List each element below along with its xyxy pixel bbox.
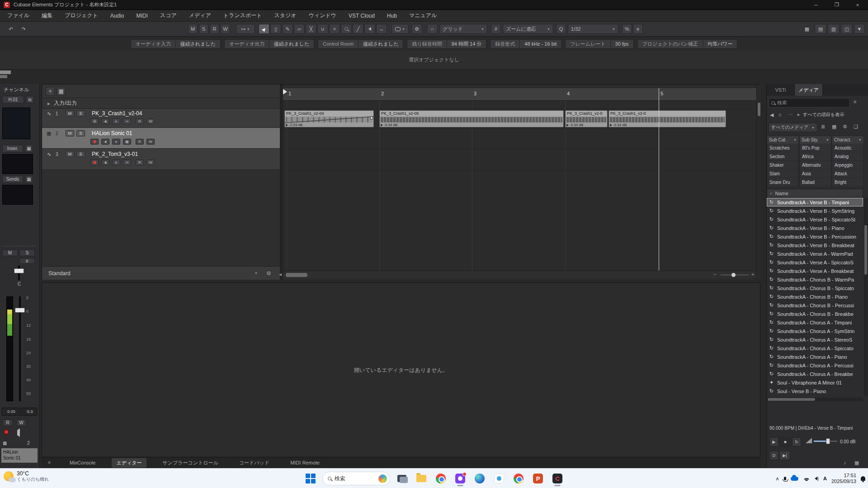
- list-item[interactable]: ↻SoundtrackA - Chorus B - WarmPa: [767, 275, 863, 284]
- wifi-icon[interactable]: [803, 476, 810, 481]
- list-item[interactable]: ↻SoundtrackA - Verse B - SpiccatoSt: [767, 215, 863, 224]
- line-tool-button[interactable]: ╱: [353, 24, 363, 34]
- window-layout-bottom-button[interactable]: ▥: [828, 24, 840, 34]
- menu-hub[interactable]: Hub: [387, 13, 397, 19]
- music-note-icon[interactable]: ♪: [844, 460, 846, 465]
- sends-section-button[interactable]: Sends: [2, 175, 23, 183]
- inserts-edit-icon[interactable]: ▦: [25, 145, 33, 152]
- track-list-divider[interactable]: [280, 84, 283, 280]
- track-freeze-button[interactable]: ∞: [123, 160, 131, 165]
- range-tool-button[interactable]: ▯: [270, 24, 281, 34]
- menu-midi[interactable]: MIDI: [137, 13, 148, 19]
- filter-item[interactable]: Acoustic: [832, 144, 863, 152]
- status-record-time[interactable]: 残り録音時間 84 時間 14 分: [407, 39, 486, 49]
- show-all-results-label[interactable]: すべての項目を表示: [803, 112, 844, 118]
- fade-handle[interactable]: [370, 117, 373, 119]
- tray-overflow-chevron-icon[interactable]: ∧: [776, 476, 779, 482]
- audio-event-1[interactable]: PK_3_Crash1_v2-04 -2.93 dB: [284, 110, 374, 127]
- channel-read-button[interactable]: R: [3, 419, 13, 426]
- clock[interactable]: 17:51 2025/09/13: [831, 473, 856, 484]
- minimize-button[interactable]: ─: [806, 0, 826, 9]
- grid-type-dropdown[interactable]: グリッド ▼: [439, 24, 487, 34]
- list-item-selected[interactable]: ↻SoundtrackA - Verse B - Timpani: [767, 198, 863, 206]
- tab-sampler-control[interactable]: サンプラーコントロール: [158, 458, 223, 468]
- deep-results-button[interactable]: D: [769, 451, 778, 460]
- media-type-dropdown[interactable]: すべてのメディア ▼: [769, 123, 817, 132]
- track-record-button[interactable]: [90, 118, 99, 124]
- scroll-thumb[interactable]: [864, 225, 867, 275]
- glue-tool-button[interactable]: ∪: [317, 24, 328, 34]
- messenger-app-button[interactable]: [491, 471, 507, 486]
- track-row-2-selected[interactable]: ▦ 2 M S HALion Sonic 01 e ▦ R W: [42, 128, 280, 149]
- sends-slot-box[interactable]: [2, 185, 33, 205]
- toolbar-setup-button[interactable]: ▦: [801, 24, 813, 34]
- filter-item[interactable]: Attack: [832, 169, 863, 178]
- close-button[interactable]: ×: [847, 0, 868, 9]
- quantize-q-button[interactable]: Q: [556, 24, 566, 34]
- list-item[interactable]: ↻SoundtrackA - Chorus A - Breakbe: [767, 370, 863, 378]
- list-item[interactable]: ↻SoundtrackA - Chorus B - Breakbe: [767, 310, 863, 318]
- menu-edit[interactable]: 編集: [42, 12, 52, 19]
- track-instrument-button[interactable]: ▦: [123, 139, 131, 145]
- taskbar-search-input[interactable]: 検索: [322, 472, 390, 485]
- zoom-out-icon[interactable]: −: [713, 272, 716, 277]
- track-solo-button[interactable]: S: [76, 151, 85, 157]
- menu-file[interactable]: ファイル: [7, 12, 29, 19]
- filter-item[interactable]: Africa: [800, 152, 831, 161]
- media-search-input[interactable]: 検索: [769, 98, 850, 108]
- track-solo-button[interactable]: S: [76, 110, 85, 117]
- io-folder-row[interactable]: ▸ 入力/出力: [42, 98, 280, 109]
- list-item[interactable]: ↻SoundtrackA - Chorus B - Spiccato: [767, 284, 863, 292]
- autoscroll-button[interactable]: ↦ ▼: [236, 24, 255, 34]
- track-row-1[interactable]: ∿ 1 M S PK_3_Crash1_v2-04 e ∞ R W: [42, 109, 280, 128]
- track-edit-button[interactable]: e: [112, 118, 120, 124]
- list-item[interactable]: ↻SoundtrackA - Verse A - Breakbeat: [767, 267, 863, 275]
- redo-button[interactable]: ↷: [18, 24, 29, 34]
- fader-gain-value[interactable]: 0.00: [2, 408, 21, 416]
- scroll-left-icon[interactable]: ◀: [279, 272, 282, 277]
- pan-fader-handle[interactable]: [14, 268, 24, 273]
- volume-fader-handle[interactable]: [15, 308, 25, 313]
- filter-item[interactable]: Alternativ: [800, 161, 831, 169]
- list-item[interactable]: ↻Soul - Verse B - Piano: [767, 387, 863, 395]
- microphone-icon[interactable]: [784, 477, 786, 480]
- list-item[interactable]: ↻SoundtrackA - Verse B - SymString: [767, 206, 863, 215]
- keyboard-icon[interactable]: ▦: [854, 460, 859, 466]
- menu-studio[interactable]: スタジオ: [274, 12, 297, 19]
- zoom-in-icon[interactable]: +: [751, 272, 754, 277]
- track-read-button[interactable]: R: [136, 139, 144, 145]
- list-item[interactable]: ↻SoundtrackA - Chorus A - Timpani: [767, 318, 863, 327]
- filter-header[interactable]: Charact.▼: [832, 136, 863, 144]
- filter-header[interactable]: Sub Cat.▼: [767, 136, 798, 144]
- scrub-tool-button[interactable]: ↔: [376, 24, 387, 34]
- peak-level-value[interactable]: -5.9: [22, 408, 37, 416]
- track-monitor-button[interactable]: [101, 160, 109, 165]
- inserts-section-button[interactable]: Inser.: [2, 145, 23, 152]
- status-frame-rate[interactable]: フレームレート 30 fps: [565, 39, 633, 49]
- track-edit-button[interactable]: e: [112, 160, 120, 165]
- iterative-quantize-button[interactable]: %: [622, 24, 632, 34]
- onedrive-icon[interactable]: [791, 477, 798, 481]
- menu-window[interactable]: ウィンドウ: [309, 12, 336, 19]
- track-solo-button[interactable]: S: [76, 130, 85, 136]
- preview-loop-button[interactable]: ↻: [792, 437, 801, 446]
- vertical-scrollbar[interactable]: [756, 84, 761, 280]
- add-track-button[interactable]: +: [46, 87, 55, 96]
- track-write-button[interactable]: W: [146, 160, 155, 165]
- breadcrumb-ellipsis[interactable]: ...: [788, 110, 793, 116]
- list-item[interactable]: ↻SoundtrackA - Chorus A - Percussi: [767, 361, 863, 370]
- track-record-button[interactable]: [90, 139, 99, 145]
- track-record-button[interactable]: [90, 160, 99, 165]
- filter-item[interactable]: Asia: [800, 169, 831, 178]
- media-filter-icon[interactable]: ≣: [821, 124, 825, 130]
- list-view-icon[interactable]: ≡: [854, 99, 856, 104]
- channel-export-icon[interactable]: ⧉: [26, 96, 34, 103]
- list-item[interactable]: ↻SoundtrackA - Verse B - Piano: [767, 224, 863, 232]
- track-edit-button[interactable]: e: [112, 139, 120, 145]
- preview-play-button[interactable]: ▶: [769, 437, 778, 446]
- weather-widget[interactable]: 30°C くもりのち晴れ: [4, 470, 49, 482]
- erase-tool-button[interactable]: ▱: [294, 24, 305, 34]
- horizontal-scroll-thumb[interactable]: [286, 273, 307, 277]
- track-mute-button[interactable]: M: [66, 130, 74, 136]
- chevron-down-icon[interactable]: ▼: [255, 272, 258, 275]
